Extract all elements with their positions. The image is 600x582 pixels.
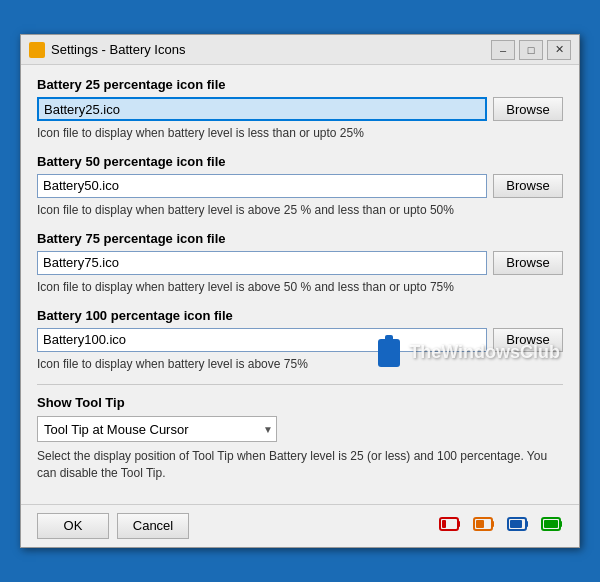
cancel-button[interactable]: Cancel	[117, 513, 189, 539]
battery75-input[interactable]	[37, 251, 487, 275]
battery-icon-row	[439, 513, 563, 538]
svg-rect-7	[526, 521, 528, 527]
battery25-section: Battery 25 percentage icon file Browse I…	[37, 77, 563, 142]
battery-blue-icon	[507, 513, 529, 538]
minimize-button[interactable]: –	[491, 40, 515, 60]
main-content: Battery 25 percentage icon file Browse I…	[21, 65, 579, 504]
battery25-hint: Icon file to display when battery level …	[37, 125, 563, 142]
battery50-label: Battery 50 percentage icon file	[37, 154, 563, 169]
battery25-input[interactable]	[37, 97, 487, 121]
ok-button[interactable]: OK	[37, 513, 109, 539]
battery75-input-row: Browse	[37, 251, 563, 275]
battery50-hint: Icon file to display when battery level …	[37, 202, 563, 219]
window-title: Settings - Battery Icons	[51, 42, 491, 57]
battery50-section: Battery 50 percentage icon file Browse I…	[37, 154, 563, 219]
settings-window: Settings - Battery Icons – □ ✕ Battery 2…	[20, 34, 580, 548]
tooltip-select[interactable]: Tool Tip at Mouse Cursor Disabled	[37, 416, 277, 442]
svg-rect-8	[510, 520, 522, 528]
battery25-input-row: Browse	[37, 97, 563, 121]
battery-red-icon	[439, 513, 461, 538]
tooltip-select-wrapper: Tool Tip at Mouse Cursor Disabled ▼	[37, 416, 277, 442]
battery100-section: Battery 100 percentage icon file Browse …	[37, 308, 563, 373]
section-divider	[37, 384, 563, 385]
title-bar: Settings - Battery Icons – □ ✕	[21, 35, 579, 65]
footer-buttons: OK Cancel	[37, 513, 189, 539]
battery25-label: Battery 25 percentage icon file	[37, 77, 563, 92]
battery100-browse-button[interactable]: Browse	[493, 328, 563, 352]
svg-rect-10	[560, 521, 562, 527]
maximize-button[interactable]: □	[519, 40, 543, 60]
battery50-input-row: Browse	[37, 174, 563, 198]
battery75-section: Battery 75 percentage icon file Browse I…	[37, 231, 563, 296]
battery100-hint: Icon file to display when battery level …	[37, 356, 563, 373]
footer: OK Cancel	[21, 504, 579, 547]
battery-orange-icon	[473, 513, 495, 538]
battery-green-icon	[541, 513, 563, 538]
battery25-browse-button[interactable]: Browse	[493, 97, 563, 121]
battery100-label: Battery 100 percentage icon file	[37, 308, 563, 323]
battery75-browse-button[interactable]: Browse	[493, 251, 563, 275]
battery100-input[interactable]	[37, 328, 487, 352]
tooltip-hint: Select the display position of Tool Tip …	[37, 448, 563, 482]
battery50-browse-button[interactable]: Browse	[493, 174, 563, 198]
svg-rect-2	[442, 520, 446, 528]
svg-rect-5	[476, 520, 484, 528]
battery75-hint: Icon file to display when battery level …	[37, 279, 563, 296]
title-bar-controls: – □ ✕	[491, 40, 571, 60]
battery100-input-row: Browse	[37, 328, 563, 352]
svg-rect-11	[544, 520, 558, 528]
svg-rect-1	[458, 521, 460, 527]
close-button[interactable]: ✕	[547, 40, 571, 60]
window-icon	[29, 42, 45, 58]
battery75-label: Battery 75 percentage icon file	[37, 231, 563, 246]
tooltip-section: Show Tool Tip Tool Tip at Mouse Cursor D…	[37, 395, 563, 482]
svg-rect-4	[492, 521, 494, 527]
battery50-input[interactable]	[37, 174, 487, 198]
tooltip-label: Show Tool Tip	[37, 395, 563, 410]
